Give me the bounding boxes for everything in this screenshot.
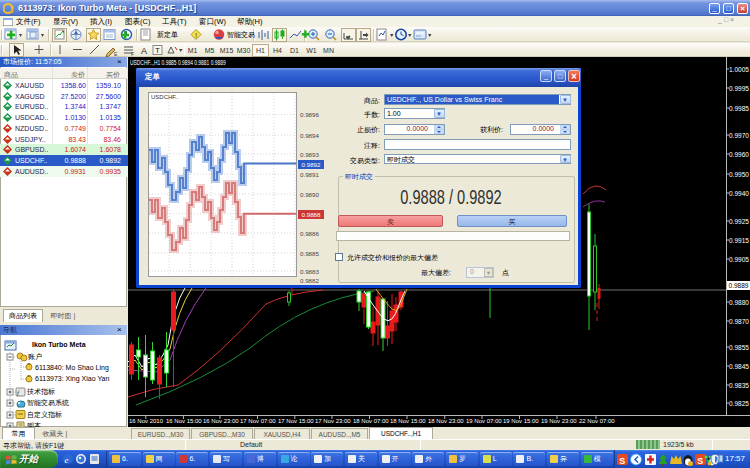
svg-text:A: A: [141, 46, 147, 56]
svg-text:T: T: [155, 46, 160, 55]
svg-text:e: e: [65, 455, 69, 465]
svg-text:S: S: [619, 455, 625, 465]
svg-text:!: !: [195, 31, 197, 40]
